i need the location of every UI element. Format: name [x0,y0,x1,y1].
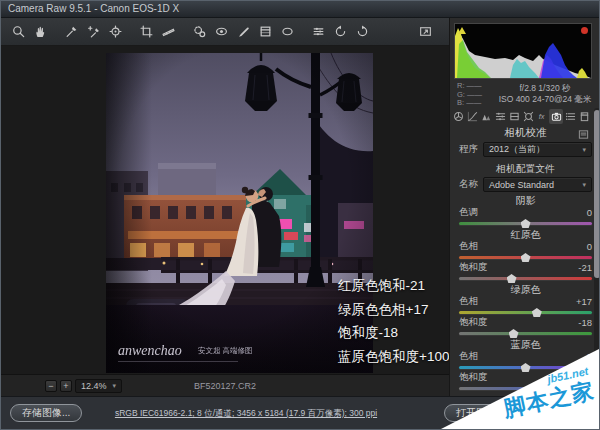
red-hue-value: 0 [587,241,592,252]
camera-raw-window: Camera Raw 9.5.1 - Canon EOS-1D X [0,0,600,430]
red-hue-knob[interactable] [521,253,531,262]
graduated-filter-tool-icon[interactable] [256,22,275,42]
tab-snapshots[interactable] [577,109,591,124]
green-hue-knob[interactable] [532,308,542,317]
toolbar [1,18,449,46]
title-bar[interactable]: Camera Raw 9.5.1 - Canon EOS-1D X [1,1,599,18]
tab-detail[interactable] [480,109,494,124]
preview-area: anwenchao 安文超 高端修图 红原色饱和-21绿原色色相+17饱和度-1… [1,46,449,374]
exposure-info: f/2.8 1/320 秒 [492,83,598,94]
straighten-tool-icon[interactable] [159,22,178,42]
highlight-clipping-toggle[interactable] [580,26,589,35]
green-saturation-knob[interactable] [509,329,519,338]
rotate-left-tool-icon[interactable] [331,22,350,42]
red-eye-tool-icon[interactable] [212,22,231,42]
chevron-down-icon: ▾ [582,181,586,189]
profile-row: 名称 Adobe Standard ▾ [450,177,600,192]
crop-tool-icon[interactable] [137,22,156,42]
tab-effects[interactable]: fx [535,109,549,124]
overlay-line: 饱和度-18 [338,321,449,345]
color-sampler-tool-icon[interactable] [84,22,103,42]
green-hue-value: +17 [576,296,592,307]
shadow-clipping-icon [458,27,466,34]
profile-section-header: 相机配置文件 [450,163,600,176]
process-select[interactable]: 2012（当前） ▾ [483,142,592,157]
spot-removal-tool-icon[interactable] [190,22,209,42]
filename-label: BF520127.CR2 [1,381,449,391]
scrollbar-thumb[interactable] [594,110,600,278]
green-saturation-track[interactable] [459,332,592,335]
svg-text:anwenchao: anwenchao [118,343,182,358]
window-title: Camera Raw 9.5.1 - Canon EOS-1D X [8,3,179,14]
photo-preview[interactable]: anwenchao 安文超 高端修图 [106,53,373,373]
lens-info: ISO 400 24-70@24 毫米 [492,94,598,105]
green-saturation-value: -18 [578,317,592,328]
overlay-line: 绿原色色相+17 [338,298,449,322]
tab-lens-corrections[interactable] [522,109,536,124]
red-saturation-slider[interactable] [459,273,592,283]
toggle-fullscreen-icon[interactable] [416,22,435,42]
histogram-plot [455,24,591,78]
panel-tabs: fx [452,108,591,124]
rotate-right-tool-icon[interactable] [353,22,372,42]
shadow-tint-slider[interactable] [459,218,592,228]
targeted-adjustment-tool-icon[interactable] [106,22,125,42]
workflow-options-link[interactable]: sRGB IEC61966-2.1; 8 位/通道; 3456 x 5184 (… [1,408,491,420]
shadow-tint-labels: 色调0 [450,207,600,218]
preferences-tool-icon[interactable] [309,22,328,42]
overlay-line: 蓝原色饱和度+100 [338,345,449,369]
hand-tool-icon[interactable] [31,22,50,42]
rgb-value-B: B: —— [457,99,482,108]
red-saturation-value: -21 [578,262,592,273]
profile-name-label: 名称 [459,178,478,191]
tab-camera-calibration[interactable] [549,109,563,124]
green-hue-labels: 色相+17 [450,296,600,307]
exif-info: R: ——G: ——B: —— f/2.8 1/320 秒 ISO 400 24… [454,82,598,107]
chevron-down-icon: ▾ [582,146,586,154]
green-saturation-slider[interactable] [459,328,592,338]
red-saturation-knob[interactable] [507,274,517,283]
overlay-line: 红原色饱和-21 [338,274,449,298]
red-hue-slider[interactable] [459,252,592,262]
profile-value: Adobe Standard [489,180,554,190]
green-hue-slider[interactable] [459,307,592,317]
process-row: 程序 2012（当前） ▾ [450,142,600,157]
zoom-tool-icon[interactable] [9,22,28,42]
highlight-clipping-icon [581,27,588,34]
green-saturation-labels: 饱和度-18 [450,317,600,328]
red-hue-labels: 色相0 [450,241,600,252]
tab-tone-curve[interactable] [466,109,480,124]
tab-basic[interactable] [452,109,466,124]
adjustment-notes-overlay: 红原色饱和-21绿原色色相+17饱和度-18蓝原色饱和度+100 [338,274,449,368]
red-saturation-track[interactable] [459,277,592,280]
tab-presets[interactable] [563,109,577,124]
rgb-readout: R: ——G: ——B: —— [457,82,482,108]
blue-hue-knob[interactable] [521,363,531,372]
histogram [454,23,592,79]
adjustment-brush-tool-icon[interactable] [234,22,253,42]
process-label: 程序 [459,143,478,156]
tab-hsl-grayscale[interactable] [494,109,508,124]
view-bar: − + 12.4% ▾ BF520127.CR2 [1,374,449,396]
svg-text:fx: fx [539,112,545,121]
shadow-tint-value: 0 [587,207,592,218]
white-balance-tool-icon[interactable] [62,22,81,42]
process-value: 2012（当前） [489,143,545,156]
green-hue-track[interactable] [459,311,592,314]
panel-scrollbar[interactable] [594,108,600,392]
photo-vignette [106,53,373,373]
shadow-clipping-toggle[interactable] [457,26,466,35]
right-panel: R: ——G: ——B: —— f/2.8 1/320 秒 ISO 400 24… [449,18,600,396]
shadow-tint-knob[interactable] [521,219,531,228]
svg-text:安文超 高端修图: 安文超 高端修图 [198,346,253,355]
red-saturation-labels: 饱和度-21 [450,262,600,273]
profile-select[interactable]: Adobe Standard ▾ [483,177,592,192]
radial-filter-tool-icon[interactable] [278,22,297,42]
tab-split-toning[interactable] [508,109,522,124]
